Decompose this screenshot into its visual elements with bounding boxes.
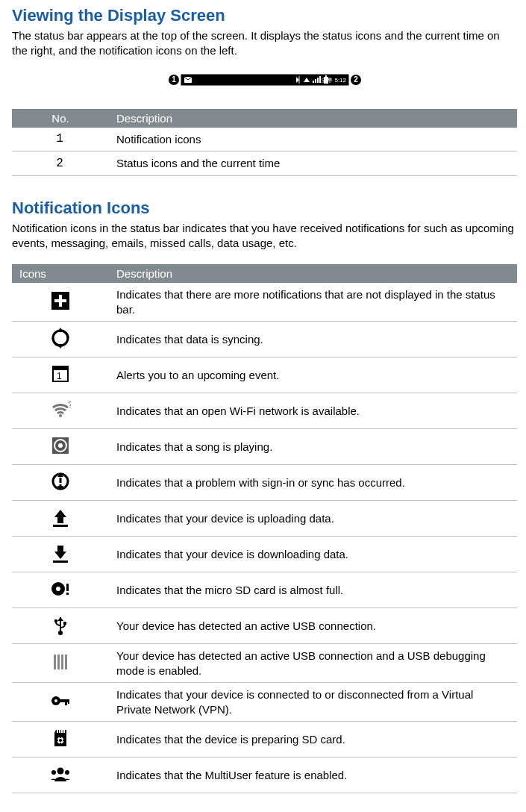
table-row: Indicates that your device is downloadin… (12, 537, 517, 572)
plus-icon (12, 283, 109, 322)
col-icons: Icons (12, 264, 109, 283)
svg-text:1: 1 (172, 75, 176, 84)
table-row: Indicates that the device is preparing S… (12, 722, 517, 758)
section-title-viewing: Viewing the Display Screen (12, 6, 517, 25)
col-desc: Description (109, 109, 517, 128)
icon-desc: Alerts you to an upcoming event. (109, 357, 517, 393)
icon-desc: Indicates that your device is connected … (109, 683, 517, 722)
icon-desc: Indicates that a song is playing. (109, 429, 517, 465)
table-row: Indicates that your device is connected … (12, 683, 517, 722)
table-row: Indicates that data is syncing. (12, 322, 517, 357)
icon-desc: Indicates that an open Wi-Fi network is … (109, 393, 517, 429)
icon-desc: Indicates that data is syncing. (109, 322, 517, 357)
intro-viewing: The status bar appears at the top of the… (12, 28, 517, 59)
upload-icon (12, 501, 109, 537)
intro-notif: Notification icons in the status bar ind… (12, 221, 517, 252)
table-row: Indicates that the MultiUser feature is … (12, 758, 517, 793)
vpn-key-icon (12, 683, 109, 722)
sd-prep-icon (12, 722, 109, 758)
icon-desc: Indicates that the device is preparing S… (109, 722, 517, 758)
table-row: Indicates that there are more notificati… (12, 283, 517, 322)
section-title-notif: Notification Icons (12, 199, 517, 218)
table-row: Indicates that the micro SD card is almo… (12, 572, 517, 608)
col-desc2: Description (109, 264, 517, 283)
icon-desc: Indicates that the MultiUser feature is … (109, 758, 517, 793)
calendar-icon (12, 357, 109, 393)
multiuser-icon (12, 758, 109, 793)
status-bar-figure: 1 오후 5:12 2 (12, 72, 517, 90)
table-row: Your device has detected an active USB c… (12, 644, 517, 683)
svg-rect-7 (317, 78, 319, 83)
status-bar-time: 오후 5:12 (321, 77, 346, 84)
sync-icon (12, 322, 109, 357)
table-row: Indicates that an open Wi-Fi network is … (12, 393, 517, 429)
table-row: 2 Status icons and the current time (12, 152, 517, 176)
icon-desc: Your device has detected an active USB c… (109, 644, 517, 683)
col-no: No. (12, 109, 109, 128)
table-row: Indicates that a problem with sign-in or… (12, 465, 517, 501)
icon-desc: Indicates that the micro SD card is almo… (109, 572, 517, 608)
table-notification-icons: Icons Description Indicates that there a… (12, 264, 517, 793)
icon-desc: Indicates that your device is uploading … (109, 501, 517, 537)
svg-text:2: 2 (354, 75, 358, 84)
usb-icon (12, 608, 109, 644)
icon-desc: Indicates that your device is downloadin… (109, 537, 517, 572)
wifi-open-icon (12, 393, 109, 429)
table-row: Your device has detected an active USB c… (12, 608, 517, 644)
icon-desc: Indicates that there are more notificati… (109, 283, 517, 322)
svg-rect-6 (315, 79, 316, 83)
sync-error-icon (12, 465, 109, 501)
icon-desc: Indicates that a problem with sign-in or… (109, 465, 517, 501)
usb-debug-icon (12, 644, 109, 683)
table-row: Indicates that a song is playing. (12, 429, 517, 465)
table-row: Alerts you to an upcoming event. (12, 357, 517, 393)
table-numbered-parts: No. Description 1 Notification icons 2 S… (12, 109, 517, 176)
table-row: 1 Notification icons (12, 128, 517, 152)
music-icon (12, 429, 109, 465)
table-row: Indicates that your device is uploading … (12, 501, 517, 537)
download-icon (12, 537, 109, 572)
icon-desc: Your device has detected an active USB c… (109, 608, 517, 644)
svg-rect-5 (313, 81, 314, 83)
sd-full-icon (12, 572, 109, 608)
